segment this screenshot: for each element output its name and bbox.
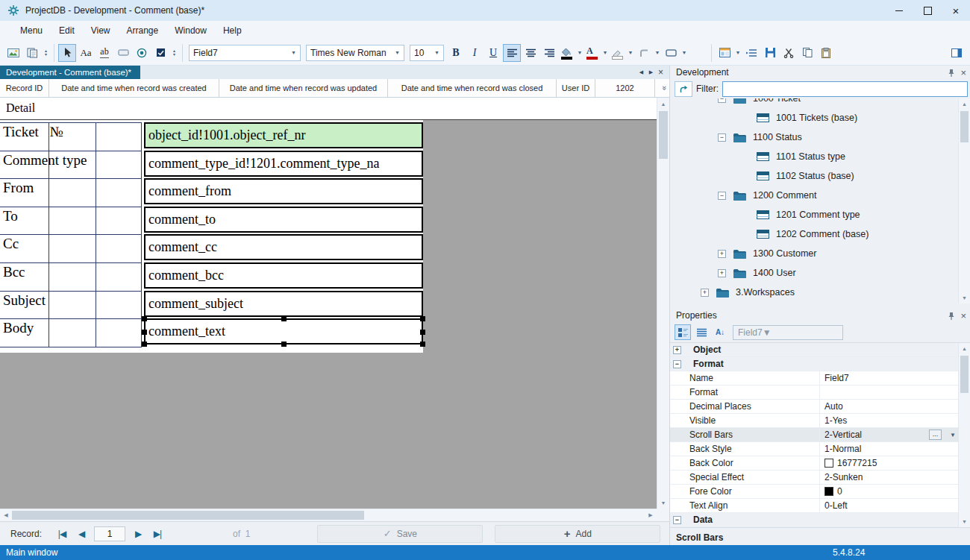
align-right-button[interactable] (540, 44, 558, 62)
prop-row-scroll-bars[interactable]: Scroll Bars 2-Vertical ... ▼ (670, 428, 958, 442)
form-field-comment-to[interactable]: comment_to (144, 207, 423, 233)
form-field-comment-type[interactable]: comment_type_id!1201.comment_type_na (144, 151, 423, 177)
tree-item-1400-user[interactable]: + 1400 User (670, 263, 958, 283)
scroll-up-icon[interactable]: ▲ (959, 343, 970, 354)
highlight-color-button[interactable] (610, 45, 626, 61)
image-tool-button[interactable] (4, 44, 22, 62)
selection-handle-middle-left[interactable] (142, 330, 147, 335)
property-object-combo[interactable]: Field7 ▼ (733, 325, 843, 340)
tree-item-1200-comment[interactable]: − 1200 Comment (670, 186, 958, 205)
pin-icon[interactable] (948, 312, 955, 320)
prop-row-name[interactable]: Name Field7 (670, 371, 958, 386)
highlight-color-dropdown[interactable]: ▼ (627, 45, 634, 61)
tab-development-comment[interactable]: Development - Comment (base)* (0, 66, 140, 79)
tree-item-1102-status-base[interactable]: 1102 Status (base) (670, 166, 958, 186)
form-field-comment-subject[interactable]: comment_subject (144, 291, 423, 317)
tree-expander-icon[interactable]: − (718, 192, 726, 200)
form-label-to[interactable]: To (3, 208, 18, 224)
selection-handle-top-right[interactable] (420, 316, 425, 321)
column-header-overflow[interactable]: » (655, 79, 669, 97)
selection-handle-top-middle[interactable] (281, 316, 287, 321)
column-header-user-id[interactable]: User ID (557, 79, 595, 97)
tree-item-1000-ticket[interactable]: − 1000 Ticket (670, 98, 958, 108)
tree-expander-icon[interactable]: + (701, 289, 709, 297)
tree-expander-icon[interactable]: + (718, 250, 726, 258)
tree-expander-icon[interactable]: − (718, 133, 726, 142)
bold-button[interactable]: B (447, 44, 465, 62)
categorized-view-button[interactable] (675, 324, 691, 340)
copy-button[interactable] (798, 44, 816, 62)
selection-handle-bottom-left[interactable] (142, 342, 147, 347)
radio-tool-button[interactable] (133, 44, 151, 62)
group-expander-icon[interactable]: + (673, 346, 681, 354)
property-scroll-thumb[interactable] (960, 356, 969, 393)
group-expander-icon[interactable]: − (673, 516, 681, 524)
menu-item-edit[interactable]: Edit (51, 22, 83, 39)
filter-input[interactable] (722, 81, 968, 97)
menu-item-menu[interactable]: Menu (12, 22, 51, 39)
form-field-comment-from[interactable]: comment_from (144, 178, 423, 204)
prop-row-fore-color[interactable]: Fore Color 0 (670, 485, 958, 499)
tab-order-button[interactable] (742, 44, 760, 62)
group-expander-icon[interactable]: − (673, 360, 681, 368)
font-color-button[interactable]: A (584, 45, 601, 61)
tree-item-3-workspaces[interactable]: + 3.Workspaces (670, 283, 958, 302)
menu-item-view[interactable]: View (83, 22, 119, 39)
form-label-subject[interactable]: Subject (3, 292, 46, 309)
menu-item-arrange[interactable]: Arrange (119, 22, 167, 39)
tree-item-1101-status-type[interactable]: 1101 Status type (670, 147, 958, 166)
minimize-button[interactable] (885, 0, 913, 21)
selection-handle-bottom-right[interactable] (420, 342, 425, 347)
form-field-object-ref[interactable]: object_id!1001.object_ref_nr (144, 122, 423, 148)
report-tool-button[interactable] (23, 44, 41, 62)
scroll-right-icon[interactable]: ▶ (645, 509, 657, 521)
column-header-record-id[interactable]: Record ID (0, 79, 49, 97)
column-header-closed[interactable]: Date and time when record was closed (388, 79, 557, 97)
prop-row-special-effect[interactable]: Special Effect 2-Sunken (670, 471, 958, 485)
prop-row-format[interactable]: Format (670, 386, 958, 400)
prop-row-text-align[interactable]: Text Align 0-Left (670, 499, 958, 513)
font-family-combo[interactable]: Times New Roman ▼ (306, 45, 404, 61)
checkbox-tool-button[interactable] (151, 44, 169, 62)
form-view-button[interactable] (716, 44, 733, 62)
form-design-surface[interactable]: Detail Ticket № Comment type From To Cc … (0, 98, 657, 509)
scroll-up-icon[interactable]: ▲ (959, 98, 970, 110)
navigate-parent-button[interactable] (675, 81, 692, 97)
align-center-button[interactable] (522, 44, 539, 62)
menu-item-window[interactable]: Window (166, 22, 215, 39)
alphabetical-view-button[interactable] (693, 324, 710, 340)
scroll-up-icon[interactable]: ▲ (657, 98, 669, 110)
next-record-button[interactable]: ▶ (128, 526, 148, 542)
cut-button[interactable] (780, 44, 798, 62)
panel-close-icon[interactable]: × (960, 311, 966, 321)
form-view-dropdown[interactable]: ▼ (734, 45, 742, 61)
selection-handle-bottom-middle[interactable] (281, 342, 287, 347)
fill-color-button[interactable] (559, 45, 575, 61)
tab-scroll-right-icon[interactable]: ▶ (646, 67, 656, 78)
tree-item-1001-tickets-base[interactable]: 1001 Tickets (base) (670, 108, 958, 128)
form-body[interactable]: Ticket № Comment type From To Cc Bcc Sub… (0, 120, 423, 353)
save-record-button[interactable]: ✓ Save (317, 525, 483, 543)
tree-scroll-thumb[interactable] (960, 111, 969, 142)
close-button[interactable]: × (942, 0, 970, 21)
toggle-panel-button[interactable] (948, 44, 966, 62)
italic-button[interactable]: I (466, 44, 484, 62)
form-label-cc[interactable]: Cc (3, 236, 19, 252)
previous-record-button[interactable]: ◀ (72, 526, 91, 542)
tool-group-overflow[interactable]: ▴ ▾ (170, 49, 178, 57)
column-header-updated[interactable]: Date and time when record was updated (219, 79, 388, 97)
scroll-down-icon[interactable]: ▼ (959, 292, 970, 303)
pin-icon[interactable] (948, 69, 955, 77)
form-label-body[interactable]: Body (3, 320, 34, 336)
line-style-dropdown[interactable]: ▼ (680, 45, 688, 61)
font-color-dropdown[interactable]: ▼ (601, 45, 609, 61)
label-tool-button[interactable]: Aa (77, 44, 95, 62)
fill-color-dropdown[interactable]: ▼ (576, 45, 583, 61)
form-field-comment-cc[interactable]: comment_cc (144, 234, 423, 260)
panel-splitter[interactable] (670, 303, 970, 309)
tool-group-overflow[interactable]: ▴ ▾ (42, 49, 50, 57)
scroll-down-icon[interactable]: ▼ (959, 516, 970, 527)
paste-button[interactable] (817, 44, 835, 62)
add-record-button[interactable]: + Add (495, 525, 660, 543)
prop-group-format[interactable]: − Format (670, 357, 958, 371)
